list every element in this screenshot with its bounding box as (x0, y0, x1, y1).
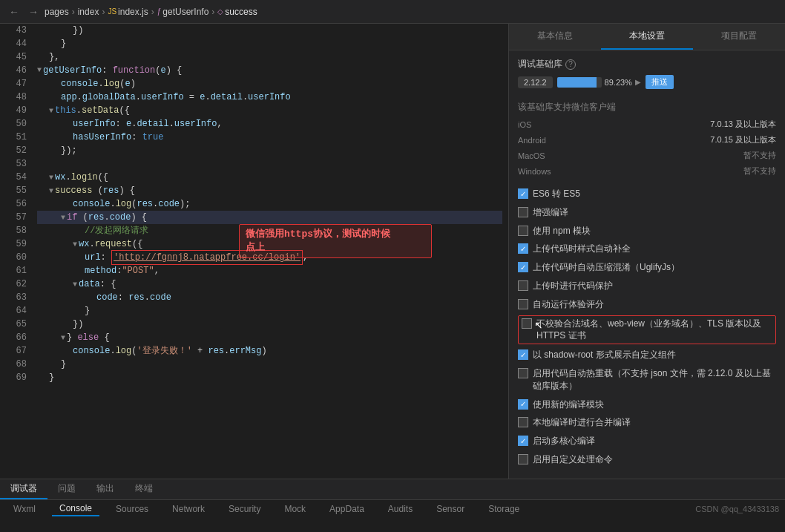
breadcrumb-getuserinfo[interactable]: getUserInfo (162, 7, 208, 17)
breadcrumb: pages › index › JS index.js › ƒ getUserI… (45, 7, 257, 17)
checkbox-es6-label: ES6 转 ES5 (533, 188, 580, 200)
code-line-58: //发起网络请求 (37, 224, 502, 237)
macos-value: 暂不支持 (743, 150, 776, 161)
debug-library-title: 调试基础库 ? (518, 58, 776, 70)
code-line-45: }, (37, 50, 502, 64)
code-line-54: ▼ wx.login({ (37, 171, 502, 184)
checkbox-es6-input[interactable] (518, 188, 528, 199)
checkbox-upload-style-input[interactable] (518, 243, 528, 254)
checkbox-custom-handler[interactable]: 启用自定义处理命令 (518, 450, 776, 469)
code-line-56: console.log(res.code); (37, 197, 502, 211)
devtools-network[interactable]: Network (165, 502, 212, 516)
bottom-tabs: 调试器 问题 输出 终端 (0, 479, 785, 499)
checkbox-npm-label: 使用 npm 模块 (533, 225, 591, 237)
checkbox-upload-compress-input[interactable] (518, 262, 528, 272)
code-lines: }) } }, ▼ getUserInfo: function(e) { con… (31, 24, 508, 479)
watermark: CSDN @qq_43433138 (695, 505, 779, 513)
windows-value: 暂不支持 (743, 165, 776, 177)
back-button[interactable]: ← (6, 4, 22, 19)
devtools-sensor[interactable]: Sensor (429, 502, 472, 516)
checkbox-shadow-root[interactable]: 以 shadow-root 形式展示自定义组件 (518, 346, 776, 364)
bottom-tab-debugger[interactable]: 调试器 (0, 479, 47, 499)
push-button[interactable]: 推送 (646, 75, 674, 89)
progress-text: 89.23% (605, 78, 632, 87)
code-line-47: console.log(e) (37, 77, 502, 91)
progress-arrow: ▶ (635, 78, 641, 86)
checkbox-upload-style[interactable]: 上传代码时样式自动补全 (518, 240, 776, 258)
checkbox-new-compiler-label: 使用新的编译模块 (533, 398, 604, 411)
checkbox-merge-compile-input[interactable] (518, 417, 528, 427)
code-line-62: ▼ data: { (37, 278, 502, 291)
checkbox-multi-core-input[interactable] (518, 436, 528, 446)
checkbox-es6[interactable]: ES6 转 ES5 (518, 185, 776, 203)
version-tag: 2.12.2 (518, 76, 553, 88)
code-line-65: }) (37, 318, 502, 331)
code-line-44: } (37, 37, 502, 50)
func-icon2: ◇ (217, 7, 223, 16)
checkbox-multi-core-label: 启动多核心编译 (533, 435, 595, 447)
checkbox-enhance[interactable]: 增强编译 (518, 203, 776, 222)
code-line-61: method:"POST", (37, 264, 502, 278)
forward-button[interactable]: → (25, 4, 42, 19)
checkbox-merge-compile[interactable]: 本地编译时进行合并编译 (518, 413, 776, 432)
checkbox-npm-input[interactable] (518, 226, 528, 236)
tab-project-config[interactable]: 项目配置 (693, 24, 785, 50)
bottom-tab-terminal[interactable]: 终端 (125, 479, 163, 499)
progress-bar (557, 77, 602, 88)
checkbox-shadow-root-input[interactable] (518, 349, 528, 360)
code-line-57: ▼ if (res.code) { (37, 211, 502, 224)
checkbox-new-compiler[interactable]: 使用新的编译模块 (518, 395, 776, 414)
checkbox-upload-protect[interactable]: 上传时进行代码保护 (518, 277, 776, 295)
windows-label: Windows (518, 167, 551, 176)
js-icon: JS (108, 7, 116, 16)
breadcrumb-success[interactable]: success (225, 7, 257, 17)
checkbox-upload-protect-input[interactable] (518, 280, 528, 291)
code-line-51: hasUserInfo: true (37, 131, 502, 144)
checkbox-enhance-label: 增强编译 (533, 206, 568, 219)
breadcrumb-index[interactable]: index (78, 7, 99, 17)
code-line-69: } (37, 371, 502, 384)
code-line-66: ▼ } else { (37, 331, 502, 344)
code-line-52: }); (37, 144, 502, 157)
code-line-53 (37, 157, 502, 171)
code-line-68: } (37, 358, 502, 371)
tab-local-settings[interactable]: 本地设置 (601, 24, 693, 50)
devtools-audits[interactable]: Audits (381, 502, 420, 516)
breadcrumb-indexjs[interactable]: index.js (118, 7, 148, 17)
code-line-46: ▼ getUserInfo: function(e) { (37, 64, 502, 77)
devtools-console[interactable]: Console (52, 502, 99, 516)
devtools-sources[interactable]: Sources (108, 502, 156, 516)
help-icon[interactable]: ? (565, 59, 576, 70)
checkbox-hot-reload-label: 启用代码自动热重载（不支持 json 文件，需 2.12.0 及以上基础库版本） (533, 367, 776, 393)
devtools-security[interactable]: Security (221, 502, 268, 516)
bottom-tab-output[interactable]: 输出 (86, 479, 125, 499)
checkbox-npm[interactable]: 使用 npm 模块 (518, 222, 776, 240)
tab-basic-info[interactable]: 基本信息 (509, 24, 601, 50)
breadcrumb-bar: ← → pages › index › JS index.js › ƒ getU… (0, 0, 785, 24)
checkbox-upload-compress[interactable]: 上传代码时自动压缩混淆（UglifyJs） (518, 258, 776, 277)
checkbox-hot-reload-input[interactable] (518, 368, 528, 378)
checkbox-no-check-domain[interactable]: ↖ 不校验合法域名、web-view（业务域名）、TLS 版本以及 HTTPS … (518, 315, 776, 345)
devtools-mock[interactable]: Mock (277, 502, 313, 516)
checkbox-enhance-input[interactable] (518, 207, 528, 217)
checkbox-new-compiler-input[interactable] (518, 399, 528, 410)
checkbox-auto-run-input[interactable] (518, 299, 528, 309)
checkbox-custom-handler-input[interactable] (518, 454, 528, 464)
debug-library-section: 调试基础库 ? 2.12.2 89.23% ▶ 推送 (518, 58, 776, 89)
checkbox-upload-style-label: 上传代码时样式自动补全 (533, 243, 631, 255)
debug-library-label: 调试基础库 (518, 58, 562, 70)
editor-area: 43 44 45 46 47 48 49 50 51 52 53 54 55 5… (0, 24, 508, 479)
code-line-55: ▼ success (res) { (37, 184, 502, 197)
checkbox-multi-core[interactable]: 启动多核心编译 (518, 432, 776, 450)
devtools-wxml[interactable]: Wxml (6, 502, 43, 516)
devtools-storage[interactable]: Storage (481, 502, 527, 516)
code-line-60: url: 'http://fgnnj8.natappfree.cc/login'… (37, 251, 502, 264)
code-line-59: ▼ wx.request({ (37, 237, 502, 251)
checkbox-no-check-domain-input[interactable]: ↖ (522, 318, 532, 329)
devtools-appdata[interactable]: AppData (322, 502, 372, 516)
breadcrumb-pages[interactable]: pages (45, 7, 69, 17)
checkbox-hot-reload[interactable]: 启用代码自动热重载（不支持 json 文件，需 2.12.0 及以上基础库版本） (518, 364, 776, 395)
bottom-tab-problems[interactable]: 问题 (47, 479, 86, 499)
right-panel-content: 调试基础库 ? 2.12.2 89.23% ▶ 推送 (509, 50, 785, 479)
checkbox-auto-run[interactable]: 自动运行体验评分 (518, 295, 776, 314)
